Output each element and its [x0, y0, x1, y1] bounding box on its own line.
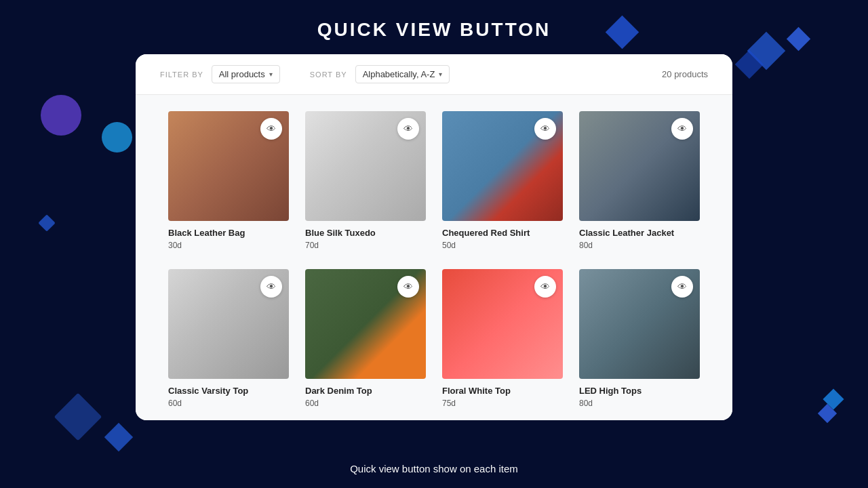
eye-icon: 👁: [267, 281, 276, 292]
quick-view-button[interactable]: 👁: [671, 276, 693, 298]
product-price: 80d: [579, 241, 700, 250]
filter-by-select[interactable]: All products ▾: [212, 65, 280, 83]
eye-icon: 👁: [540, 123, 550, 134]
sort-by-value: Alphabetically, A-Z: [363, 69, 435, 79]
sort-by-label: SORT BY: [310, 70, 347, 79]
products-count: 20 products: [662, 69, 708, 79]
eye-icon: 👁: [677, 123, 687, 134]
product-name: Blue Silk Tuxedo: [305, 228, 426, 238]
quick-view-button[interactable]: 👁: [397, 276, 419, 298]
product-price: 30d: [168, 241, 289, 250]
product-name: Black Leather Bag: [168, 228, 289, 238]
product-price: 50d: [442, 241, 563, 250]
product-card: 👁 Chequered Red Shirt 50d: [434, 111, 571, 269]
product-name: Classic Varsity Top: [168, 386, 289, 396]
product-name: LED High Tops: [579, 386, 700, 396]
products-grid: 👁 Black Leather Bag 30d 👁 Blue Silk Tuxe…: [136, 95, 732, 420]
product-name: Dark Denim Top: [305, 386, 426, 396]
product-image-wrap: 👁: [442, 111, 563, 221]
product-card: 👁 Floral White Top 75d: [434, 269, 571, 420]
product-image-wrap: 👁: [579, 111, 700, 221]
product-image-wrap: 👁: [168, 111, 289, 221]
product-image-wrap: 👁: [168, 269, 289, 379]
bottom-caption: Quick view button show on each item: [0, 463, 868, 474]
product-image-wrap: 👁: [305, 269, 426, 379]
quick-view-button[interactable]: 👁: [534, 276, 556, 298]
product-card: 👁 LED High Tops 80d: [571, 269, 708, 420]
filter-by-label: FILTER BY: [160, 70, 203, 79]
product-image-wrap: 👁: [579, 269, 700, 379]
sort-by-select[interactable]: Alphabetically, A-Z ▾: [355, 65, 450, 83]
product-price: 80d: [579, 399, 700, 408]
product-name: Floral White Top: [442, 386, 563, 396]
quick-view-button[interactable]: 👁: [534, 118, 556, 140]
product-price: 60d: [305, 399, 426, 408]
product-price: 60d: [168, 399, 289, 408]
filter-chevron-icon: ▾: [269, 70, 273, 78]
product-price: 70d: [305, 241, 426, 250]
product-name: Classic Leather Jacket: [579, 228, 700, 238]
eye-icon: 👁: [403, 123, 413, 134]
product-price: 75d: [442, 399, 563, 408]
sort-chevron-icon: ▾: [439, 70, 442, 78]
eye-icon: 👁: [267, 123, 276, 134]
product-card: 👁 Classic Varsity Top 60d: [160, 269, 297, 420]
quick-view-button[interactable]: 👁: [671, 118, 693, 140]
quick-view-button[interactable]: 👁: [260, 276, 282, 298]
eye-icon: 👁: [540, 281, 550, 292]
sort-section: SORT BY Alphabetically, A-Z ▾: [310, 65, 450, 83]
eye-icon: 👁: [403, 281, 413, 292]
filter-by-value: All products: [219, 69, 265, 79]
quick-view-button[interactable]: 👁: [397, 118, 419, 140]
product-name: Chequered Red Shirt: [442, 228, 563, 238]
quick-view-button[interactable]: 👁: [260, 118, 282, 140]
product-image-wrap: 👁: [305, 111, 426, 221]
product-image-wrap: 👁: [442, 269, 563, 379]
product-card: 👁 Classic Leather Jacket 80d: [571, 111, 708, 269]
main-panel: FILTER BY All products ▾ SORT BY Alphabe…: [136, 54, 732, 420]
product-card: 👁 Black Leather Bag 30d: [160, 111, 297, 269]
product-card: 👁 Blue Silk Tuxedo 70d: [297, 111, 434, 269]
eye-icon: 👁: [677, 281, 687, 292]
page-title: QUICK VIEW BUTTON: [0, 0, 868, 41]
filter-bar: FILTER BY All products ▾ SORT BY Alphabe…: [136, 54, 732, 95]
product-card: 👁 Dark Denim Top 60d: [297, 269, 434, 420]
